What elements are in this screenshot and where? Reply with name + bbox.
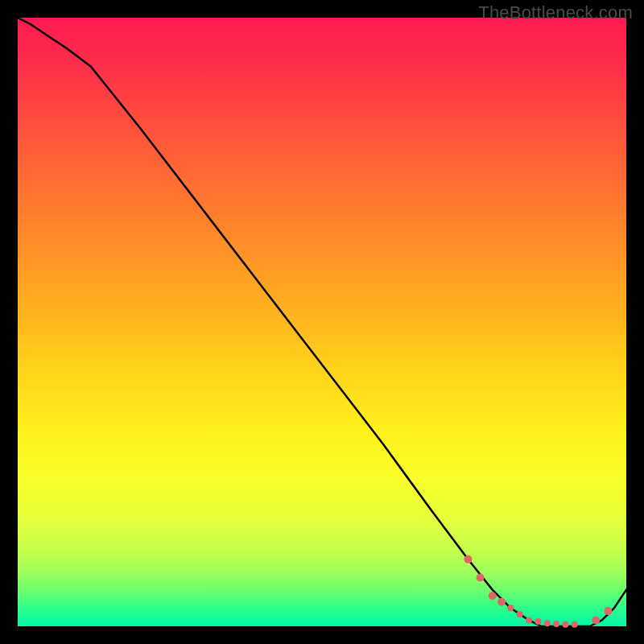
marker-dot xyxy=(544,620,551,626)
marker-dot xyxy=(572,621,578,628)
plot-area xyxy=(18,18,626,626)
watermark: TheBottleneck.com xyxy=(478,2,633,23)
chart-frame: TheBottleneck.com xyxy=(0,0,644,644)
bottleneck-curve xyxy=(18,18,626,626)
marker-dot xyxy=(497,598,506,606)
marker-dot xyxy=(489,592,497,600)
highlight-markers xyxy=(464,555,612,628)
marker-dot xyxy=(553,621,559,627)
marker-dot xyxy=(562,621,568,628)
marker-dot xyxy=(507,605,514,611)
marker-dot xyxy=(535,618,541,625)
marker-dot xyxy=(517,611,523,617)
marker-dot xyxy=(477,574,485,582)
marker-dot xyxy=(604,607,612,615)
marker-dot xyxy=(592,616,600,624)
curve-svg xyxy=(18,18,626,626)
marker-dot xyxy=(526,617,532,623)
marker-dot xyxy=(464,555,472,564)
